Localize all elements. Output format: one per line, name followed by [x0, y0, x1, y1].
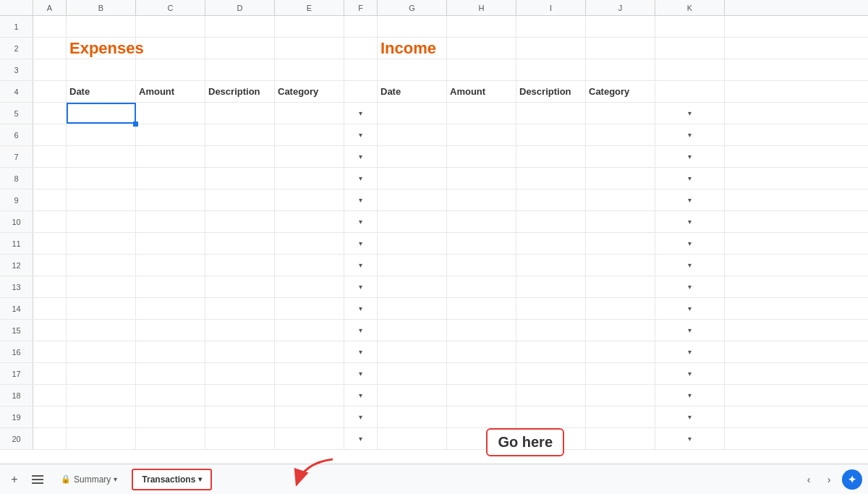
dropdown-arrow-f20[interactable]: ▾: [347, 435, 374, 443]
cell-a2[interactable]: [33, 38, 67, 59]
cell-b7[interactable]: [67, 146, 136, 167]
cell-c7[interactable]: [136, 146, 205, 167]
cell-c15[interactable]: [136, 320, 205, 341]
cell-f6[interactable]: ▾: [344, 124, 378, 145]
cell-c6[interactable]: [136, 124, 205, 145]
cell-f18[interactable]: ▾: [344, 385, 378, 406]
cell-e15[interactable]: [275, 320, 344, 341]
cell-a14[interactable]: [33, 298, 67, 319]
cell-e13[interactable]: [275, 276, 344, 297]
cell-a9[interactable]: [33, 189, 67, 210]
cell-a20[interactable]: [33, 428, 67, 449]
cell-h8[interactable]: [447, 168, 516, 189]
scroll-tabs-right[interactable]: ›: [822, 471, 836, 488]
cell-b3[interactable]: [67, 59, 136, 80]
cell-f10[interactable]: ▾: [344, 211, 378, 232]
cell-f12[interactable]: ▾: [344, 255, 378, 276]
cell-f11[interactable]: ▾: [344, 233, 378, 254]
cell-b20[interactable]: [67, 428, 136, 449]
cell-c12[interactable]: [136, 255, 205, 276]
cell-a10[interactable]: [33, 211, 67, 232]
cell-d11[interactable]: [205, 233, 275, 254]
dropdown-arrow-k19[interactable]: ▾: [658, 413, 721, 421]
cell-j13[interactable]: [586, 276, 655, 297]
cell-j3[interactable]: [586, 59, 655, 80]
cell-h18[interactable]: [447, 385, 516, 406]
cell-c17[interactable]: [136, 363, 205, 384]
cell-f4[interactable]: [344, 81, 378, 102]
cell-d14[interactable]: [205, 298, 275, 319]
dropdown-arrow-k9[interactable]: ▾: [658, 196, 721, 204]
cell-k7[interactable]: ▾: [655, 146, 725, 167]
cell-h3[interactable]: [447, 59, 516, 80]
cell-i17[interactable]: [516, 363, 586, 384]
dropdown-arrow-k14[interactable]: ▾: [658, 305, 721, 312]
cell-d7[interactable]: [205, 146, 275, 167]
cell-b15[interactable]: [67, 320, 136, 341]
cell-h19[interactable]: [447, 406, 516, 427]
cell-b14[interactable]: [67, 298, 136, 319]
cell-b17[interactable]: [67, 363, 136, 384]
dropdown-arrow-f16[interactable]: ▾: [347, 348, 374, 356]
cell-k16[interactable]: ▾: [655, 341, 725, 362]
cell-i3[interactable]: [516, 59, 586, 80]
cell-e5[interactable]: [275, 103, 344, 124]
cell-j8[interactable]: [586, 168, 655, 189]
cell-f7[interactable]: ▾: [344, 146, 378, 167]
dropdown-arrow-f18[interactable]: ▾: [347, 391, 374, 399]
cell-a18[interactable]: [33, 385, 67, 406]
dropdown-arrow-f8[interactable]: ▾: [347, 174, 374, 182]
cell-d13[interactable]: [205, 276, 275, 297]
col-header-g[interactable]: G: [378, 0, 447, 15]
cell-i14[interactable]: [516, 298, 586, 319]
cell-k10[interactable]: ▾: [655, 211, 725, 232]
cell-i12[interactable]: [516, 255, 586, 276]
cell-e16[interactable]: [275, 341, 344, 362]
cell-h14[interactable]: [447, 298, 516, 319]
cell-e11[interactable]: [275, 233, 344, 254]
cell-b16[interactable]: [67, 341, 136, 362]
explore-button[interactable]: ✦: [842, 469, 862, 490]
cell-g19[interactable]: [378, 406, 447, 427]
dropdown-arrow-f13[interactable]: ▾: [347, 283, 374, 291]
dropdown-arrow-k10[interactable]: ▾: [658, 218, 721, 226]
cell-k6[interactable]: ▾: [655, 124, 725, 145]
col-header-a[interactable]: A: [33, 0, 67, 15]
cell-j19[interactable]: [586, 406, 655, 427]
cell-k8[interactable]: ▾: [655, 168, 725, 189]
dropdown-arrow-f5[interactable]: ▾: [347, 109, 374, 117]
cell-i13[interactable]: [516, 276, 586, 297]
cell-j11[interactable]: [586, 233, 655, 254]
cell-i2[interactable]: [516, 38, 586, 59]
cell-h6[interactable]: [447, 124, 516, 145]
cell-k12[interactable]: ▾: [655, 255, 725, 276]
dropdown-arrow-k16[interactable]: ▾: [658, 348, 721, 356]
cell-c4-amount[interactable]: Amount: [136, 81, 205, 102]
sheet-list-button[interactable]: [29, 471, 46, 488]
cell-k9[interactable]: ▾: [655, 189, 725, 210]
cell-a5[interactable]: [33, 103, 67, 124]
cell-k20[interactable]: ▾: [655, 428, 725, 449]
dropdown-arrow-k11[interactable]: ▾: [658, 239, 721, 247]
cell-e12[interactable]: [275, 255, 344, 276]
cell-f14[interactable]: ▾: [344, 298, 378, 319]
cell-h2[interactable]: [447, 38, 516, 59]
cell-a1[interactable]: [33, 16, 67, 37]
dropdown-arrow-f14[interactable]: ▾: [347, 305, 374, 312]
cell-b13[interactable]: [67, 276, 136, 297]
cell-g10[interactable]: [378, 211, 447, 232]
cell-h9[interactable]: [447, 189, 516, 210]
cell-d2[interactable]: [205, 38, 275, 59]
cell-i16[interactable]: [516, 341, 586, 362]
cell-g16[interactable]: [378, 341, 447, 362]
cell-c18[interactable]: [136, 385, 205, 406]
cell-i10[interactable]: [516, 211, 586, 232]
dropdown-arrow-f12[interactable]: ▾: [347, 261, 374, 269]
cell-d15[interactable]: [205, 320, 275, 341]
cell-b4-date[interactable]: Date: [67, 81, 136, 102]
cell-j18[interactable]: [586, 385, 655, 406]
cell-e2[interactable]: [275, 38, 344, 59]
cell-d9[interactable]: [205, 189, 275, 210]
cell-a17[interactable]: [33, 363, 67, 384]
tab-transactions[interactable]: Transactions ▾: [132, 469, 212, 490]
